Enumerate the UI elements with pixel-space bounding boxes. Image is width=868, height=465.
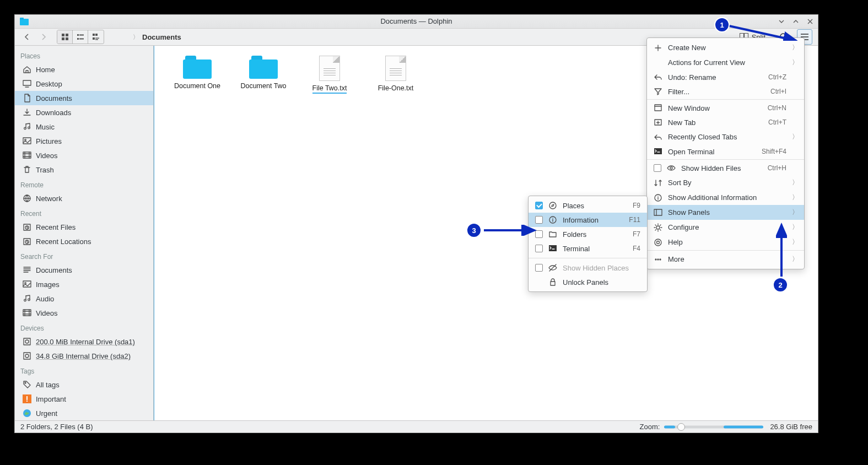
menu-item-show-additional-information[interactable]: Show Additional Information〉 xyxy=(647,190,804,205)
undo-icon xyxy=(654,73,662,82)
menu-item-recently-closed-tabs[interactable]: Recently Closed Tabs〉 xyxy=(647,129,804,144)
checkbox[interactable] xyxy=(535,230,543,238)
submenu-item-folders[interactable]: FoldersF7 xyxy=(529,227,647,241)
sidebar-item-network[interactable]: Network xyxy=(15,191,153,206)
file-item[interactable]: File Two.txt xyxy=(300,56,359,94)
breadcrumb-current[interactable]: Documents xyxy=(142,33,181,41)
music-icon xyxy=(23,294,31,303)
icons-view-button[interactable] xyxy=(57,30,73,44)
zoom-label: Zoom: xyxy=(640,423,660,431)
file-item[interactable]: Document Two xyxy=(234,56,293,94)
menu-item-undo-rename[interactable]: Undo: RenameCtrl+Z xyxy=(647,70,804,84)
drive-icon xyxy=(23,352,31,360)
menu-item-configure[interactable]: Configure〉 xyxy=(647,220,804,235)
svg-rect-5 xyxy=(66,37,68,40)
checkbox[interactable] xyxy=(535,202,543,209)
sidebar-item-home[interactable]: Home xyxy=(15,62,153,77)
menu-label: Show Panels xyxy=(668,208,786,217)
sidebar-item-recent-files[interactable]: Recent Files xyxy=(15,220,153,234)
menu-item-show-panels[interactable]: Show Panels〉 xyxy=(647,205,804,220)
filter-icon xyxy=(654,87,662,96)
menu-shortcut: Ctrl+N xyxy=(768,104,786,112)
places-panel[interactable]: PlacesHomeDesktopDocumentsDownloadsMusic… xyxy=(15,46,154,420)
menu-label: Terminal xyxy=(563,245,627,253)
submenu-item-information[interactable]: InformationF11 xyxy=(529,213,647,227)
sidebar-item-music[interactable]: Music xyxy=(15,120,153,134)
sidebar-item-200-0-mib-internal-drive-sda1-[interactable]: 200.0 MiB Internal Drive (sda1) xyxy=(15,334,153,349)
menu-item-open-terminal[interactable]: Open TerminalShift+F4 xyxy=(647,144,804,160)
sidebar-item-label: Audio xyxy=(36,295,148,303)
maximize-icon[interactable] xyxy=(792,18,799,25)
sidebar-group-header: Devices xyxy=(15,320,153,334)
file-item[interactable]: File-One.txt xyxy=(366,56,425,94)
submenu-item-places[interactable]: PlacesF9 xyxy=(529,198,647,213)
file-item[interactable]: Document One xyxy=(168,56,227,94)
text-file-icon xyxy=(385,56,406,81)
menu-item-more[interactable]: More〉 xyxy=(647,252,804,267)
breadcrumb[interactable]: 〉 Documents xyxy=(133,33,181,41)
newtab-icon xyxy=(654,118,662,127)
checkbox[interactable] xyxy=(535,264,543,272)
app-icon xyxy=(19,17,29,26)
menu-item-filter-[interactable]: Filter...Ctrl+I xyxy=(647,84,804,100)
sidebar-item-important[interactable]: Important xyxy=(15,392,153,406)
svg-rect-36 xyxy=(24,353,30,359)
svg-rect-10 xyxy=(93,34,95,36)
checkbox[interactable] xyxy=(535,216,543,224)
sidebar-item-desktop[interactable]: Desktop xyxy=(15,77,153,91)
menu-label: Show Hidden Files xyxy=(681,164,762,172)
menu-item-actions-for-current-view[interactable]: Actions for Current View〉 xyxy=(647,55,804,70)
annotation-3: 3 xyxy=(466,223,482,238)
back-button[interactable] xyxy=(20,30,34,44)
sidebar-item-trash[interactable]: Trash xyxy=(15,163,153,177)
menu-label: Places xyxy=(563,202,627,210)
file-name: File Two.txt xyxy=(312,84,347,94)
menu-item-sort-by[interactable]: Sort By〉 xyxy=(647,175,804,190)
network-icon xyxy=(23,194,31,203)
close-icon[interactable] xyxy=(807,18,813,25)
menu-item-create-new[interactable]: Create New〉 xyxy=(647,40,804,55)
forward-button[interactable] xyxy=(37,30,50,44)
terminal-icon xyxy=(654,147,662,156)
menu-item-new-window[interactable]: New WindowCtrl+N xyxy=(647,101,804,115)
sidebar-item-pictures[interactable]: Pictures xyxy=(15,134,153,148)
chevron-right-icon: 〉 xyxy=(792,193,797,202)
sidebar-item-urgent[interactable]: Urgent xyxy=(15,406,153,420)
sidebar-item-recent-locations[interactable]: Recent Locations xyxy=(15,234,153,248)
file-name: File-One.txt xyxy=(378,84,414,92)
submenu-item-unlock-panels[interactable]: Unlock Panels xyxy=(529,275,647,289)
sidebar-item-34-8-gib-internal-drive-sda2-[interactable]: 34.8 GiB Internal Drive (sda2) xyxy=(15,349,153,363)
sidebar-item-label: All tags xyxy=(36,381,148,389)
sidebar-item-all-tags[interactable]: All tags xyxy=(15,377,153,392)
svg-point-53 xyxy=(657,259,659,260)
menu-label: Show Additional Information xyxy=(668,193,786,202)
show-panels-submenu[interactable]: PlacesF9InformationF11FoldersF7TerminalF… xyxy=(528,196,648,292)
menu-item-new-tab[interactable]: New TabCtrl+T xyxy=(647,115,804,129)
sidebar-item-documents[interactable]: Documents xyxy=(15,263,153,277)
svg-rect-9 xyxy=(79,39,84,40)
svg-point-35 xyxy=(25,340,29,343)
details-view-button[interactable] xyxy=(88,30,104,44)
sidebar-item-videos[interactable]: Videos xyxy=(15,148,153,163)
checkbox[interactable] xyxy=(535,245,543,252)
checkbox[interactable] xyxy=(654,164,661,172)
titlebar[interactable]: Documents — Dolphin xyxy=(15,15,818,29)
picture-icon xyxy=(23,137,31,145)
hamburger-menu[interactable]: Create New〉Actions for Current View〉Undo… xyxy=(646,37,805,269)
annotation-1: 1 xyxy=(714,17,730,33)
sidebar-item-label: Desktop xyxy=(36,80,148,88)
lock-icon xyxy=(548,278,557,286)
compact-view-button[interactable] xyxy=(73,30,88,44)
sidebar-item-audio[interactable]: Audio xyxy=(15,291,153,306)
sidebar-item-videos[interactable]: Videos xyxy=(15,306,153,320)
sidebar-item-documents[interactable]: Documents xyxy=(15,91,153,105)
zoom-slider[interactable] xyxy=(664,423,763,431)
minimize-icon[interactable] xyxy=(778,18,785,25)
urgent-icon xyxy=(23,409,31,418)
sidebar-item-images[interactable]: Images xyxy=(15,277,153,291)
menu-label: More xyxy=(668,255,786,263)
submenu-item-terminal[interactable]: TerminalF4 xyxy=(529,241,647,256)
menu-item-help[interactable]: Help〉 xyxy=(647,235,804,251)
menu-item-show-hidden-files[interactable]: Show Hidden FilesCtrl+H xyxy=(647,161,804,175)
sidebar-item-downloads[interactable]: Downloads xyxy=(15,105,153,120)
